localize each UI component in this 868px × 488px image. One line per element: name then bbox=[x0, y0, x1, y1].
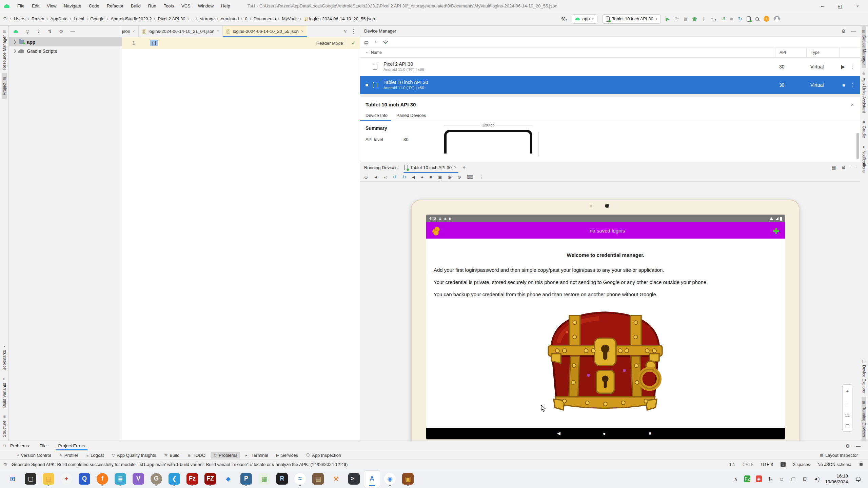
taskbar-vscode[interactable]: ❮ bbox=[166, 471, 182, 487]
launch-device-button[interactable]: ▶ bbox=[841, 64, 845, 70]
device-row-pixel-2[interactable]: Pixel 2 API 30 Android 11.0 ("R") | x86 … bbox=[360, 58, 860, 76]
taskbar-file-explorer[interactable]: ▤ bbox=[41, 471, 56, 487]
menu-item[interactable]: Refactor bbox=[104, 2, 126, 9]
taskbar-search-app[interactable]: Q bbox=[77, 471, 92, 487]
menu-item[interactable]: Navigate bbox=[61, 2, 84, 9]
taskbar-phone-link[interactable]: ▢ bbox=[23, 471, 38, 487]
menu-item[interactable]: Code bbox=[86, 2, 102, 9]
hardware-input-icon[interactable]: ⌨ bbox=[467, 175, 473, 180]
menu-item[interactable]: Build bbox=[128, 2, 144, 9]
device-menu-icon[interactable]: ⋮ bbox=[850, 82, 855, 88]
breadcrumb-item[interactable]: Google bbox=[90, 16, 111, 21]
taskbar-chrome[interactable]: ◉ bbox=[382, 471, 398, 487]
breadcrumb-item[interactable]: C: bbox=[3, 16, 14, 21]
layout-icon[interactable]: ▦ bbox=[831, 165, 836, 170]
close-tab-icon[interactable]: × bbox=[301, 29, 303, 34]
device-detail-tab[interactable]: Paired Devices bbox=[396, 113, 426, 121]
nav-recents-button[interactable]: ■ bbox=[649, 431, 651, 436]
breadcrumb-item[interactable]: {}logins-2024-06-14-10_20_55.json bbox=[304, 16, 375, 21]
update-badge[interactable]: ↑ bbox=[764, 16, 769, 22]
toolwindow-toggle-icon[interactable]: ⊡ bbox=[3, 444, 6, 448]
nav-home-button[interactable]: ● bbox=[603, 431, 606, 436]
breadcrumb-item[interactable]: Local bbox=[74, 16, 90, 21]
add-login-button[interactable]: + bbox=[773, 225, 780, 236]
gradle-sync-icon[interactable]: ↻ bbox=[738, 16, 742, 22]
taskbar-gimp[interactable]: G bbox=[149, 471, 164, 487]
nav-back-button[interactable]: ◀ bbox=[557, 431, 560, 436]
volume-down-icon[interactable]: ◅ bbox=[384, 175, 387, 180]
line-separator[interactable]: CRLF bbox=[743, 462, 754, 467]
running-device-tab[interactable]: Tablet 10 inch API 30 × bbox=[403, 162, 458, 173]
taskbar-firefox[interactable]: f bbox=[95, 471, 110, 487]
toolwindow-button[interactable]: ▶ Services bbox=[273, 452, 301, 459]
tray-volume-icon[interactable]: ◄) bbox=[813, 475, 820, 482]
sidebar-item-project[interactable]: ▦ Project bbox=[2, 73, 7, 99]
toolwindow-button[interactable]: ▽ App Quality Insights bbox=[109, 452, 159, 459]
editor-tab[interactable]: 28.json × bbox=[122, 26, 139, 37]
minimize-button[interactable]: – bbox=[819, 3, 825, 9]
breadcrumb-item[interactable]: storage bbox=[200, 16, 221, 21]
rotate-left-icon[interactable]: ↺ bbox=[393, 175, 397, 180]
profiler-icon[interactable]: ∿▾ bbox=[711, 16, 716, 22]
toolwindow-button[interactable]: ≡ Logcat bbox=[83, 452, 107, 459]
more-icon[interactable]: ⋮ bbox=[479, 175, 484, 180]
taskbar-openoffice[interactable]: ≈ bbox=[292, 471, 308, 487]
stop-button[interactable]: ■ bbox=[730, 16, 733, 22]
locate-file-icon[interactable]: ◎ bbox=[25, 29, 29, 34]
highlight-level-icon[interactable]: ! bbox=[781, 462, 786, 467]
editor-tab[interactable]: {} logins-2024-06-14-10_21_04.json × bbox=[139, 26, 223, 37]
settings-icon[interactable]: ⚙ bbox=[841, 28, 846, 34]
inspections-ok-icon[interactable]: ✓ bbox=[351, 40, 356, 46]
toolwindow-button[interactable]: ⑂ Version Control bbox=[14, 452, 54, 459]
reader-mode-toggle[interactable]: Reader Mode bbox=[316, 41, 343, 46]
device-manager-icon[interactable] bbox=[747, 16, 751, 22]
menu-item[interactable]: Edit bbox=[29, 2, 42, 9]
settings-icon[interactable]: ⚙ bbox=[841, 165, 846, 170]
collapse-all-icon[interactable]: ⇅ bbox=[48, 29, 52, 34]
taskbar-notes-app[interactable]: ≣ bbox=[113, 471, 128, 487]
readonly-lock-icon[interactable] bbox=[860, 463, 863, 466]
menu-item[interactable]: File bbox=[14, 2, 27, 9]
menu-item[interactable]: Tools bbox=[161, 2, 177, 9]
power-icon[interactable]: ⊙ bbox=[364, 175, 368, 180]
close-tab-icon[interactable]: × bbox=[217, 29, 219, 34]
sidebar-item-structure[interactable]: ≣ Structure bbox=[2, 411, 7, 441]
toolwindow-toggle-icon[interactable]: ⊞ bbox=[3, 462, 7, 467]
pair-wifi-icon[interactable] bbox=[383, 40, 388, 44]
zoom-in-button[interactable]: + bbox=[846, 388, 849, 394]
layout-inspector-button[interactable]: ▦ Layout Inspector bbox=[820, 453, 858, 458]
apply-code-changes-icon[interactable]: ≣ bbox=[683, 16, 688, 22]
fit-screen-button[interactable] bbox=[846, 424, 849, 428]
record-icon[interactable]: ◉ bbox=[448, 175, 452, 180]
breadcrumb-item[interactable]: AndroidStudio2023.2 bbox=[111, 16, 158, 21]
rotate-right-icon[interactable]: ↻ bbox=[402, 175, 406, 180]
menu-item[interactable]: Help bbox=[218, 2, 233, 9]
caret-position[interactable]: 1:1 bbox=[729, 462, 735, 467]
close-icon[interactable]: × bbox=[851, 102, 854, 107]
toolwindow-button[interactable]: ⓘ App Inspection bbox=[303, 452, 344, 459]
run-config-select[interactable]: app ▾ bbox=[572, 14, 597, 24]
breadcrumb-item[interactable]: 0 bbox=[245, 16, 254, 21]
restore-button[interactable]: ◱ bbox=[837, 3, 843, 9]
sidebar-item-resource-manager[interactable]: ▤ Resource Manager bbox=[2, 26, 7, 73]
toolwindow-button[interactable]: ⚒ Build bbox=[161, 452, 182, 459]
zoom-out-button[interactable]: − bbox=[846, 401, 849, 407]
tray-window-icon[interactable]: ▢ bbox=[790, 475, 796, 482]
settings-icon[interactable]: ⚙ bbox=[845, 443, 850, 449]
emulator-screen[interactable]: 4:18 ⚙ ◈ ▮ bbox=[426, 215, 785, 439]
problems-tab[interactable]: Project Errors bbox=[58, 441, 86, 450]
taskbar-devtools[interactable]: ⚒ bbox=[328, 471, 344, 487]
breadcrumb-item[interactable]: _ bbox=[192, 16, 200, 21]
taskbar-android-studio[interactable]: A bbox=[364, 471, 380, 487]
expand-all-icon[interactable]: ⇕ bbox=[37, 29, 40, 34]
breadcrumb-item[interactable]: emulated bbox=[221, 16, 245, 21]
taskbar-filezilla[interactable]: Fz bbox=[184, 471, 200, 487]
toolwindow-button[interactable]: ≣ TODO bbox=[184, 452, 209, 459]
settings-icon[interactable]: ⚙ bbox=[59, 29, 63, 34]
toolwindow-button[interactable]: ⊘ Problems bbox=[211, 452, 240, 459]
status-message[interactable]: Generate Signed APK: Build completed suc… bbox=[12, 462, 348, 467]
taskbar-browser-compass[interactable]: ✦ bbox=[59, 471, 74, 487]
search-everywhere-icon[interactable] bbox=[755, 17, 759, 21]
menu-item[interactable]: Run bbox=[145, 2, 159, 9]
sidebar-item-bookmarks[interactable]: ▪ Bookmarks bbox=[2, 341, 7, 374]
